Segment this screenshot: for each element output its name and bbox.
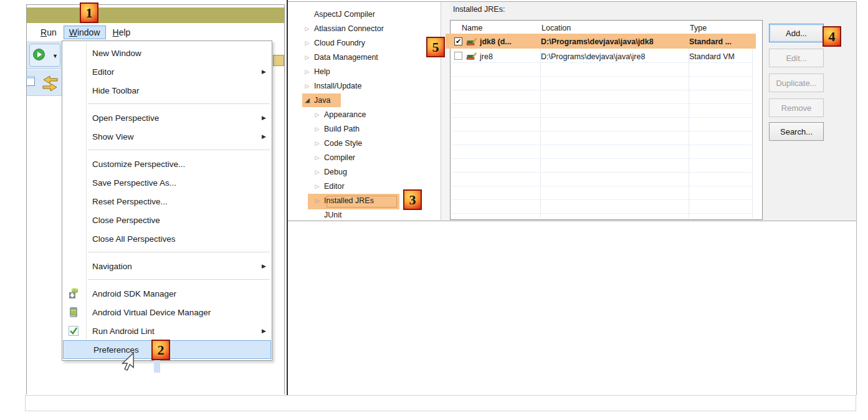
android-virtual-device-icon bbox=[69, 307, 79, 317]
collapsed-arrow-icon[interactable]: ▷ bbox=[303, 40, 312, 46]
menu-separator bbox=[62, 275, 272, 284]
submenu-arrow-icon: ▶ bbox=[262, 69, 266, 75]
collapsed-arrow-icon[interactable]: ▷ bbox=[313, 198, 322, 204]
tree-item-data-management[interactable]: ▷Data Management bbox=[288, 50, 441, 64]
submenu-arrow-icon: ▶ bbox=[262, 133, 266, 140]
menubar-item-window[interactable]: Window bbox=[64, 26, 106, 39]
step-badge-1: 1 bbox=[80, 2, 98, 23]
duplicate-button[interactable]: Duplicate... bbox=[769, 74, 824, 92]
column-divider bbox=[752, 34, 753, 219]
table-gridlines bbox=[451, 49, 751, 219]
tree-item-help[interactable]: ▷Help bbox=[288, 64, 441, 79]
submenu-arrow-icon: ▶ bbox=[262, 328, 266, 334]
collapsed-arrow-icon[interactable]: ▷ bbox=[303, 54, 312, 60]
collapsed-arrow-icon[interactable]: ▷ bbox=[313, 112, 322, 118]
jre-icon bbox=[466, 36, 477, 47]
column-header-name[interactable]: Name bbox=[462, 24, 482, 32]
expanded-arrow-icon[interactable]: ◢ bbox=[303, 97, 312, 103]
collapsed-arrow-icon[interactable]: ▷ bbox=[313, 140, 322, 146]
right-frame-border bbox=[856, 1, 857, 395]
submenu-arrow-icon: ▶ bbox=[262, 263, 266, 269]
menubar-item-help[interactable]: Help bbox=[107, 26, 136, 39]
menu-item-editor[interactable]: Editor▶ bbox=[62, 62, 272, 81]
menu-separator bbox=[62, 100, 272, 108]
tree-item-cloud-foundry[interactable]: ▷Cloud Foundry bbox=[288, 36, 441, 50]
add-button[interactable]: Add... bbox=[769, 24, 824, 42]
jre-row-name[interactable]: jdk8 (d... bbox=[480, 37, 512, 46]
swap-arrows-icon[interactable] bbox=[41, 75, 59, 92]
collapsed-arrow-icon[interactable]: ▷ bbox=[313, 169, 322, 175]
remove-button[interactable]: Remove bbox=[769, 98, 824, 117]
tree-item-atlassian-connector[interactable]: ▷Atlassian Connector bbox=[288, 21, 441, 36]
menu-item-reset-perspective[interactable]: Reset Perspective... bbox=[62, 192, 272, 211]
step-badge-5: 5 bbox=[426, 37, 445, 57]
window-menu: New Window Editor▶ Hide Toolbar Open Per… bbox=[62, 41, 272, 361]
tree-item-code-style[interactable]: ▷Code Style bbox=[288, 136, 441, 150]
lint-check-icon bbox=[69, 326, 79, 336]
collapsed-arrow-icon[interactable]: ▷ bbox=[313, 155, 322, 161]
jre-row-name[interactable]: jre8 bbox=[480, 52, 493, 61]
run-dropdown-icon[interactable]: ▼ bbox=[52, 53, 58, 59]
mouse-cursor bbox=[120, 352, 135, 372]
menu-item-save-perspective-as[interactable]: Save Perspective As... bbox=[62, 173, 272, 192]
column-header-location[interactable]: Location bbox=[541, 24, 571, 32]
jre-row-type[interactable]: Standard ... bbox=[689, 37, 732, 46]
tree-item-build-path[interactable]: ▷Build Path bbox=[288, 122, 441, 136]
toolbar-icon-fragment bbox=[273, 55, 284, 66]
menu-item-hide-toolbar[interactable]: Hide Toolbar bbox=[62, 81, 272, 100]
column-header-type[interactable]: Type bbox=[690, 24, 707, 32]
tutorial-composite: Run Window Help ▼ New Window Editor▶ Hid… bbox=[0, 0, 868, 420]
menu-separator bbox=[62, 146, 272, 155]
tree-item-install-update[interactable]: ▷Install/Update bbox=[288, 79, 441, 93]
menu-shadow-fragment bbox=[154, 360, 160, 373]
menu-item-new-window[interactable]: New Window bbox=[62, 44, 272, 62]
menu-item-close-perspective[interactable]: Close Perspective bbox=[62, 211, 272, 229]
collapsed-arrow-icon[interactable]: ▷ bbox=[303, 69, 312, 75]
tree-item-compiler[interactable]: ▷Compiler bbox=[288, 150, 441, 165]
run-icon[interactable] bbox=[33, 49, 45, 60]
edit-button[interactable]: Edit... bbox=[769, 49, 824, 67]
jdk8-checkbox[interactable]: ✔ bbox=[454, 37, 462, 45]
menu-item-show-view[interactable]: Show View▶ bbox=[62, 127, 272, 146]
step-badge-2: 2 bbox=[151, 340, 170, 360]
tree-item-aspectj-compiler[interactable]: ▷AspectJ Compiler bbox=[288, 7, 441, 21]
jre-row-type[interactable]: Standard VM bbox=[689, 52, 735, 61]
step-badge-4: 4 bbox=[823, 26, 841, 47]
collapsed-arrow-icon[interactable]: ▷ bbox=[313, 183, 322, 189]
jre-table: Name Location Type bbox=[450, 20, 763, 220]
menubar: Run Window Help bbox=[27, 23, 284, 41]
jre-icon bbox=[466, 50, 477, 61]
tree-item-debug[interactable]: ▷Debug bbox=[288, 165, 441, 179]
tree-item-java[interactable]: ◢Java bbox=[288, 93, 441, 107]
jre-row-location[interactable]: D:\Programs\devjava\java\jdk8 bbox=[541, 37, 654, 46]
menu-item-android-virtual-device-manager[interactable]: Android Virtual Device Manager bbox=[62, 303, 272, 322]
menu-item-android-sdk-manager[interactable]: Android SDK Manager bbox=[62, 284, 272, 303]
menubar-item-run[interactable]: Run bbox=[35, 26, 62, 39]
menu-item-open-perspective[interactable]: Open Perspective▶ bbox=[62, 108, 272, 127]
collapsed-arrow-icon[interactable]: ▷ bbox=[303, 83, 312, 89]
menu-separator bbox=[62, 248, 272, 257]
menu-item-close-all-perspectives[interactable]: Close All Perspectives bbox=[62, 229, 272, 248]
step-badge-3: 3 bbox=[403, 189, 422, 210]
collapsed-arrow-icon[interactable]: ▷ bbox=[313, 126, 322, 132]
submenu-arrow-icon: ▶ bbox=[262, 115, 266, 121]
tree-item-appearance[interactable]: ▷Appearance bbox=[288, 107, 441, 122]
new-wizard-icon[interactable] bbox=[26, 76, 35, 86]
menu-item-navigation[interactable]: Navigation▶ bbox=[62, 257, 272, 275]
installed-jres-label: Installed JREs: bbox=[453, 5, 505, 14]
footer-strip bbox=[25, 395, 856, 411]
jre-row-location[interactable]: D:\Programs\devjava\java\jre8 bbox=[541, 52, 645, 61]
menu-item-run-android-lint[interactable]: Run Android Lint▶ bbox=[62, 322, 272, 340]
search-button[interactable]: Search... bbox=[769, 122, 824, 141]
window-titlebar bbox=[27, 7, 284, 23]
menu-item-customize-perspective[interactable]: Customize Perspective... bbox=[62, 155, 272, 173]
android-sdk-manager-icon bbox=[69, 289, 79, 298]
jre8-checkbox[interactable] bbox=[454, 52, 462, 60]
collapsed-arrow-icon[interactable]: ▷ bbox=[303, 26, 312, 32]
